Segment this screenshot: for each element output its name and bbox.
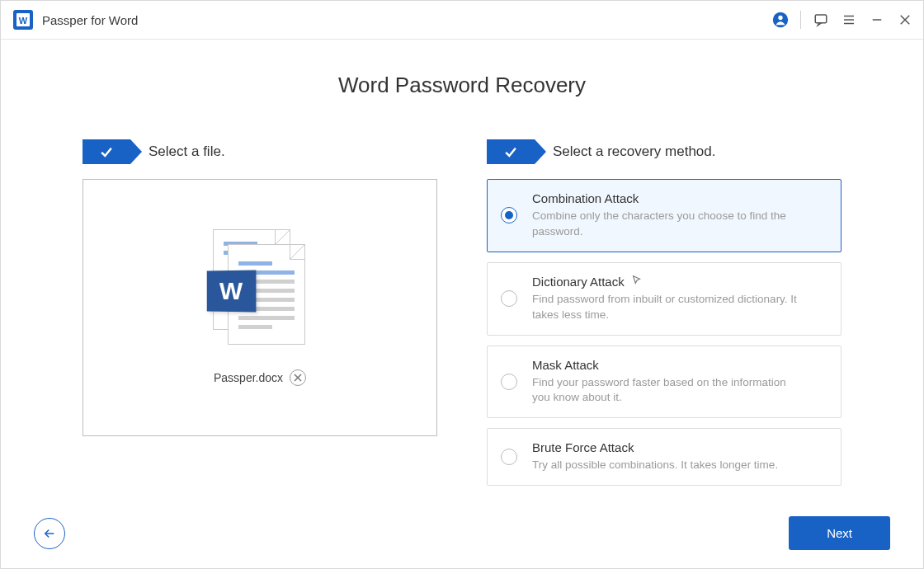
- method-option-bruteforce[interactable]: Brute Force Attack Try all possible comb…: [487, 428, 842, 486]
- selected-file-name: Passper.docx: [214, 371, 283, 384]
- method-title: Combination Attack: [532, 191, 639, 205]
- method-option-combination[interactable]: Combination Attack Combine only the char…: [487, 179, 842, 252]
- clear-file-button[interactable]: [290, 369, 306, 386]
- method-title: Mask Attack: [532, 358, 599, 372]
- steps-row: Select a file.: [50, 139, 874, 486]
- word-document-icon: W: [206, 229, 314, 353]
- svg-rect-5: [815, 15, 827, 23]
- method-option-dictionary[interactable]: Dictionary Attack Find password from inb…: [487, 262, 842, 336]
- check-badge-icon: [82, 139, 130, 164]
- method-desc: Find your password faster based on the i…: [532, 375, 804, 407]
- method-column: Select a recovery method. Combination At…: [487, 139, 842, 486]
- svg-point-4: [778, 16, 782, 20]
- step-header-method: Select a recovery method.: [487, 139, 842, 164]
- next-button[interactable]: Next: [789, 516, 890, 550]
- cursor-icon: [631, 275, 643, 289]
- radio-icon: [501, 374, 517, 390]
- step-header-file: Select a file.: [82, 139, 437, 164]
- method-desc: Find password from inbuilt or customized…: [532, 292, 804, 323]
- radio-icon: [501, 449, 517, 465]
- radio-icon: [501, 207, 517, 223]
- account-icon[interactable]: [772, 12, 789, 28]
- method-list: Combination Attack Combine only the char…: [487, 179, 842, 486]
- step-file-label: Select a file.: [148, 143, 225, 160]
- app-title: Passper for Word: [42, 13, 138, 27]
- method-desc: Try all possible combinations. It takes …: [532, 458, 804, 473]
- feedback-icon[interactable]: [813, 12, 829, 28]
- footer: Next: [1, 516, 923, 550]
- method-desc: Combine only the characters you choose t…: [532, 209, 804, 240]
- check-badge-icon: [487, 139, 535, 164]
- menu-icon[interactable]: [841, 12, 857, 28]
- titlebar: W Passper for Word: [1, 1, 923, 40]
- step-method-label: Select a recovery method.: [553, 143, 715, 160]
- file-dropzone[interactable]: W Passper.docx: [82, 179, 437, 436]
- radio-icon: [501, 290, 517, 307]
- svg-text:W: W: [19, 16, 28, 26]
- minimize-icon[interactable]: [869, 12, 885, 28]
- separator: [800, 11, 801, 29]
- file-column: Select a file.: [82, 139, 437, 486]
- page-title: Word Password Recovery: [50, 73, 874, 98]
- method-title: Brute Force Attack: [532, 440, 634, 454]
- method-title: Dictionary Attack: [532, 275, 625, 289]
- selected-file-row: Passper.docx: [214, 369, 306, 386]
- app-window: W Passper for Word Word Password Recover…: [0, 0, 924, 569]
- method-option-mask[interactable]: Mask Attack Find your password faster ba…: [487, 346, 842, 419]
- close-icon[interactable]: [897, 12, 913, 28]
- titlebar-controls: [772, 11, 913, 29]
- back-button[interactable]: [34, 518, 65, 549]
- app-logo-icon: W: [12, 9, 34, 31]
- main-content: Word Password Recovery Select a file.: [1, 40, 923, 568]
